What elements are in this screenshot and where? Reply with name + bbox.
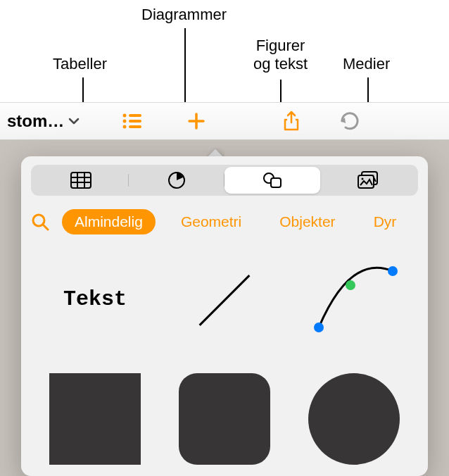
category-geometry[interactable]: Geometri: [168, 209, 254, 234]
category-basic[interactable]: Almindelig: [62, 209, 156, 234]
rounded-square-icon: [179, 373, 270, 465]
document-title: stom…: [7, 111, 64, 131]
svg-rect-3: [129, 120, 141, 123]
shapes-row-2: [42, 373, 407, 465]
square-icon: [49, 373, 141, 465]
shape-rounded-square[interactable]: [172, 373, 277, 465]
shapes-grid: Tekst: [21, 239, 428, 476]
tab-charts[interactable]: [129, 167, 224, 194]
svg-point-21: [388, 266, 398, 276]
svg-point-2: [123, 120, 127, 123]
shape-circle[interactable]: [301, 373, 407, 465]
table-icon: [70, 172, 91, 189]
callout-charts: Diagrammer: [141, 6, 227, 24]
outline-button[interactable]: [122, 113, 143, 130]
svg-point-16: [362, 178, 364, 180]
chart-icon: [167, 171, 186, 189]
insert-button[interactable]: [187, 112, 205, 130]
shape-text[interactable]: Tekst: [42, 253, 148, 345]
curve-icon: [308, 261, 400, 338]
svg-point-20: [346, 280, 355, 290]
shape-curve[interactable]: [301, 253, 407, 345]
shape-line[interactable]: [172, 253, 277, 345]
insert-popover: Almindelig Geometri Objekter Dyr Tekst: [21, 156, 428, 476]
search-button[interactable]: [31, 213, 49, 231]
media-icon: [357, 171, 379, 189]
tab-tables[interactable]: [33, 167, 129, 194]
category-objects[interactable]: Objekter: [267, 209, 348, 234]
svg-line-18: [43, 225, 48, 230]
line-icon: [182, 257, 267, 342]
callout-shapes: Figurer og tekst: [253, 37, 308, 73]
shapes-row-1: Tekst: [42, 253, 407, 345]
svg-rect-13: [271, 178, 281, 187]
shape-categories: Almindelig Geometri Objekter Dyr: [21, 204, 428, 239]
search-icon: [31, 213, 49, 231]
circle-icon: [308, 373, 400, 465]
svg-point-4: [123, 125, 127, 129]
share-button[interactable]: [283, 111, 300, 132]
svg-rect-15: [358, 175, 374, 188]
category-animals[interactable]: Dyr: [361, 209, 410, 234]
shapes-icon: [262, 171, 283, 189]
callout-tables: Tabeller: [53, 55, 107, 73]
document-menu-button[interactable]: [68, 118, 80, 125]
tab-shapes[interactable]: [224, 167, 320, 194]
svg-point-19: [314, 322, 324, 332]
insert-type-tabs: [31, 165, 418, 196]
main-toolbar: stom…: [0, 102, 449, 140]
undo-button[interactable]: [339, 112, 360, 130]
svg-point-0: [123, 114, 127, 118]
text-shape-label: Tekst: [63, 287, 127, 311]
tab-media[interactable]: [320, 167, 416, 194]
svg-rect-5: [129, 125, 141, 128]
shape-square[interactable]: [42, 373, 148, 465]
svg-rect-6: [71, 173, 91, 188]
svg-rect-1: [129, 114, 141, 117]
callout-media: Medier: [343, 55, 390, 73]
